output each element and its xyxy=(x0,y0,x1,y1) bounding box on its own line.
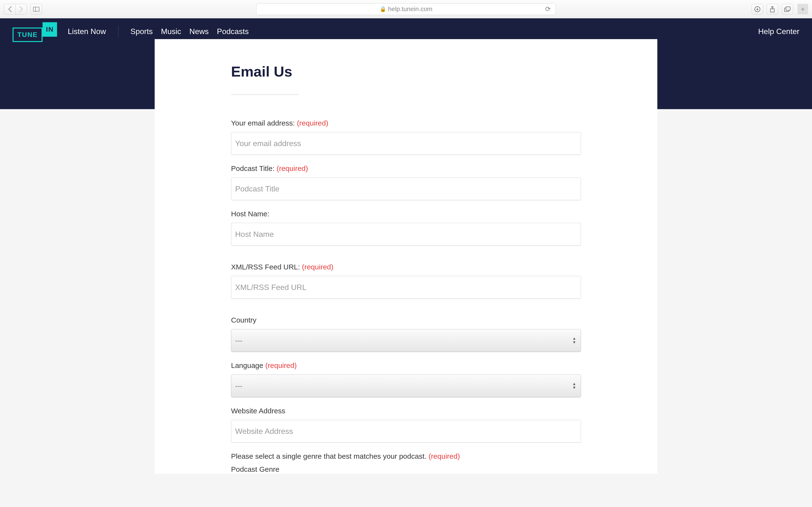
nav-news[interactable]: News xyxy=(190,27,209,36)
language-label: Language (required) xyxy=(231,361,581,370)
svg-rect-3 xyxy=(786,7,790,10)
url-text: help.tunein.com xyxy=(388,5,433,13)
country-select-wrapper: --- ▲▼ xyxy=(231,329,581,352)
logo-tune-part: TUNE xyxy=(12,27,43,42)
back-button[interactable] xyxy=(4,4,15,14)
language-select-wrapper: --- ▲▼ xyxy=(231,375,581,397)
reload-icon[interactable]: ⟳ xyxy=(545,5,551,13)
country-label: Country xyxy=(231,316,581,324)
share-button[interactable] xyxy=(767,4,778,14)
podcast-title-label: Podcast Title: (required) xyxy=(231,164,581,173)
downloads-button[interactable] xyxy=(752,4,763,14)
nav-podcasts[interactable]: Podcasts xyxy=(217,27,249,36)
browser-toolbar: 🔒 help.tunein.com ⟳ + xyxy=(0,0,812,18)
genre-sublabel: Podcast Genre xyxy=(231,465,581,473)
website-input[interactable] xyxy=(231,420,581,443)
nav-button-group xyxy=(4,4,27,14)
address-bar[interactable]: 🔒 help.tunein.com ⟳ xyxy=(256,3,556,15)
website-label: Website Address xyxy=(231,407,581,415)
forward-button[interactable] xyxy=(15,4,27,14)
feed-url-group: XML/RSS Feed URL: (required) xyxy=(231,263,581,299)
language-group: Language (required) --- ▲▼ xyxy=(231,361,581,397)
logo-in-part: IN xyxy=(43,22,57,37)
sidebar-toggle-button[interactable] xyxy=(31,4,42,14)
email-group: Your email address: (required) xyxy=(231,119,581,155)
feed-url-label: XML/RSS Feed URL: (required) xyxy=(231,263,581,271)
new-tab-button[interactable]: + xyxy=(798,4,808,14)
podcast-title-input[interactable] xyxy=(231,177,581,200)
page-title: Email Us xyxy=(231,63,581,80)
sidebar-icon xyxy=(33,7,39,12)
country-select[interactable]: --- xyxy=(231,329,581,352)
nav-sports[interactable]: Sports xyxy=(131,27,153,36)
genre-label: Please select a single genre that best m… xyxy=(231,452,581,460)
form-card: Email Us Your email address: (required) … xyxy=(155,39,657,474)
email-input[interactable] xyxy=(231,132,581,155)
tunein-logo[interactable]: TUNE IN xyxy=(12,24,57,39)
language-select[interactable]: --- xyxy=(231,375,581,397)
country-group: Country --- ▲▼ xyxy=(231,316,581,352)
lock-icon: 🔒 xyxy=(379,6,386,12)
right-controls: + xyxy=(752,4,808,14)
title-divider xyxy=(231,95,299,95)
nav-music[interactable]: Music xyxy=(161,27,181,36)
nav-divider xyxy=(118,25,118,37)
email-label: Your email address: (required) xyxy=(231,119,581,127)
host-name-input[interactable] xyxy=(231,223,581,245)
host-name-group: Host Name: xyxy=(231,210,581,245)
help-center-link[interactable]: Help Center xyxy=(758,27,800,36)
nav-listen-now[interactable]: Listen Now xyxy=(68,27,106,36)
feed-url-input[interactable] xyxy=(231,276,581,299)
podcast-title-group: Podcast Title: (required) xyxy=(231,164,581,200)
genre-group: Please select a single genre that best m… xyxy=(231,452,581,473)
host-name-label: Host Name: xyxy=(231,210,581,218)
tabs-button[interactable] xyxy=(781,4,793,14)
nav-links: Listen Now Sports Music News Podcasts xyxy=(68,25,249,37)
website-group: Website Address xyxy=(231,407,581,443)
